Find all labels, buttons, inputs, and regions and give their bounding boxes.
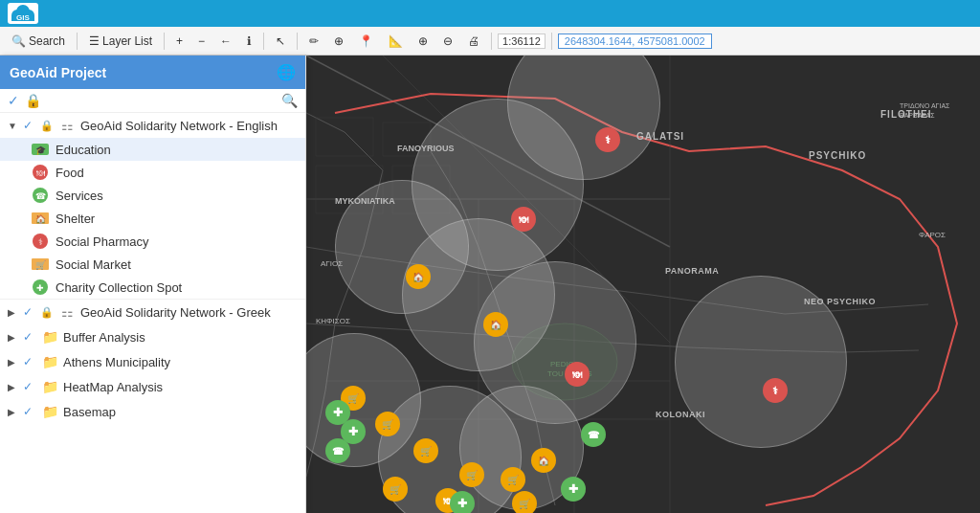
sub-item-education[interactable]: 🎓 Education [0, 138, 305, 161]
marker-market-5[interactable]: 🛒 [501, 467, 525, 492]
marker-market-7[interactable]: 🛒 [512, 491, 537, 513]
marker-food[interactable]: 🍽 [511, 207, 536, 232]
zoom-in-tool[interactable]: ⊕ [412, 33, 434, 50]
sub-item-food[interactable]: 🍽 Food [0, 161, 305, 184]
marker-charity-3[interactable]: ✚ [561, 477, 586, 502]
compass-tool[interactable]: ⊕ [328, 33, 349, 50]
folder-icon-athens: 📁 [40, 354, 59, 369]
select-all-check[interactable]: ✓ [8, 93, 19, 108]
layer-check-heatmap[interactable]: ✓ [23, 380, 36, 393]
buffer-circle [402, 218, 555, 371]
svg-rect-11 [316, 166, 383, 213]
svg-text:🛒: 🛒 [466, 469, 479, 481]
layer-check-greek[interactable]: ✓ [23, 305, 36, 319]
layer-label-geoaid-greek: GeoAid Solidarity Network - Greek [80, 305, 298, 320]
services-icon: ☎ [31, 188, 50, 203]
sub-item-market[interactable]: 🛒 Social Market [0, 253, 305, 276]
expand-arrow-heatmap[interactable]: ▶ [8, 382, 19, 392]
svg-text:✚: ✚ [568, 482, 578, 496]
marker-shelter-3[interactable]: 🏠 [531, 448, 556, 473]
svg-rect-12 [392, 166, 450, 213]
svg-text:☎: ☎ [588, 430, 600, 440]
layer-check-athens[interactable]: ✓ [23, 355, 36, 368]
marker-charity-4[interactable]: ✚ [450, 491, 475, 513]
expand-arrow-buffer[interactable]: ▶ [8, 332, 19, 343]
measure-tool[interactable]: 📐 [383, 33, 409, 50]
layer-label-buffer: Buffer Analysis [63, 330, 298, 345]
layer-check-buffer[interactable]: ✓ [23, 330, 36, 344]
toolbar-separator-2 [164, 33, 165, 50]
svg-text:ΤΡΙΔΟΝΟ ΑΓΙΑΣ: ΤΡΙΔΟΝΟ ΑΓΙΑΣ [900, 102, 950, 109]
layer-check[interactable]: ✓ [23, 119, 36, 132]
marker-service[interactable]: ☎ [581, 422, 606, 447]
layer-athens[interactable]: ▶ ✓ 📁 Athens Municipality [0, 349, 305, 374]
expand-arrow-basemap[interactable]: ▶ [8, 407, 19, 417]
svg-text:FILOTHEI: FILOTHEI [880, 109, 932, 120]
sub-item-pharmacy[interactable]: ⚕ Social Pharmacy [0, 230, 305, 253]
add-button[interactable]: + [170, 33, 189, 50]
layer-list-button[interactable]: ☰ Layer List [83, 33, 158, 50]
expand-arrow-athens[interactable]: ▶ [8, 357, 19, 368]
svg-text:NEO PSYCHIKO: NEO PSYCHIKO [804, 297, 876, 306]
education-icon: 🎓 [31, 142, 50, 157]
marker-pharmacy-2[interactable]: ⚕ [763, 378, 788, 403]
print-tool[interactable]: 🖨 [462, 33, 485, 50]
marker-shelter-2[interactable]: 🏠 [483, 312, 508, 337]
svg-text:⚕: ⚕ [38, 237, 43, 247]
toolbar-separator-5 [491, 33, 492, 50]
buffer-circle [675, 276, 847, 448]
svg-text:⚕: ⚕ [605, 134, 611, 145]
svg-text:🛒: 🛒 [390, 483, 402, 496]
marker-shelter[interactable]: 🏠 [406, 264, 431, 289]
marker-food-2[interactable]: 🍽 [565, 362, 590, 387]
sub-item-shelter[interactable]: 🏠 Shelter [0, 207, 305, 230]
search-icon: 🔍 [11, 34, 26, 48]
svg-line-8 [306, 56, 670, 247]
sidebar-header: GeoAid Project 🌐 [0, 56, 305, 89]
layer-heatmap[interactable]: ▶ ✓ 📁 HeatMap Analysis [0, 374, 305, 399]
sidebar: GeoAid Project 🌐 ✓ 🔒 🔍 ▼ ✓ 🔒 ⚏ GeoAid So… [0, 56, 306, 513]
search-button[interactable]: 🔍 Search [6, 33, 71, 50]
main-area: PEDION TOU AREOS GALATSI PSYCHIKO NEO PS… [0, 56, 980, 513]
svg-text:GIS: GIS [16, 13, 30, 22]
toolbar-separator-4 [297, 33, 298, 50]
sub-item-charity[interactable]: ✚ Charity Collection Spot [0, 276, 305, 299]
layer-label-basemap: Basemap [63, 405, 298, 419]
svg-text:✚: ✚ [457, 497, 467, 510]
globe-icon[interactable]: 🌐 [277, 63, 296, 81]
layer-search-icon[interactable]: 🔍 [281, 93, 298, 108]
layer-check-basemap[interactable]: ✓ [23, 405, 36, 418]
expand-arrow[interactable]: ▼ [8, 121, 19, 131]
minus-button[interactable]: − [192, 33, 211, 50]
layers-icon: ☰ [89, 34, 100, 48]
back-button[interactable]: ← [214, 33, 237, 50]
sub-item-services[interactable]: ☎ Services [0, 184, 305, 207]
layer-geoaid-greek[interactable]: ▶ ✓ 🔒 ⚏ GeoAid Solidarity Network - Gree… [0, 300, 305, 324]
zoom-out-tool[interactable]: ⊖ [437, 33, 458, 50]
marker-market-2[interactable]: 🛒 [375, 412, 400, 436]
marker-pharmacy[interactable]: ⚕ [595, 127, 620, 152]
svg-text:FANOYRIOUS: FANOYRIOUS [397, 144, 455, 153]
layer-label-heatmap: HeatMap Analysis [63, 380, 298, 394]
layer-geoaid-english[interactable]: ▼ ✓ 🔒 ⚏ GeoAid Solidarity Network - Engl… [0, 113, 305, 138]
layer-basemap[interactable]: ▶ ✓ 📁 Basemap [0, 399, 305, 424]
marker-market-6[interactable]: 🛒 [383, 477, 408, 502]
marker-service-2[interactable]: ☎ [325, 438, 350, 463]
svg-rect-9 [316, 118, 373, 156]
layer-label-geoaid-english: GeoAid Solidarity Network - English [80, 119, 298, 133]
svg-text:✚: ✚ [348, 425, 358, 438]
svg-point-13 [512, 323, 617, 400]
info-button[interactable]: ℹ [241, 33, 257, 50]
arrow-tool[interactable]: ↖ [270, 33, 291, 50]
lock-all-icon[interactable]: 🔒 [25, 93, 41, 108]
layer-buffer[interactable]: ▶ ✓ 📁 Buffer Analysis [0, 324, 305, 349]
pin-tool[interactable]: 📍 [353, 33, 379, 50]
marker-market-3[interactable]: 🛒 [413, 438, 438, 463]
expand-arrow-greek[interactable]: ▶ [8, 307, 19, 318]
svg-text:GALATSI: GALATSI [636, 131, 684, 142]
folder-icon-heatmap: 📁 [40, 379, 59, 394]
draw-tool[interactable]: ✏ [303, 33, 324, 50]
shelter-label: Shelter [56, 212, 95, 226]
market-label: Social Market [56, 257, 131, 272]
marker-market-4[interactable]: 🛒 [459, 462, 484, 487]
